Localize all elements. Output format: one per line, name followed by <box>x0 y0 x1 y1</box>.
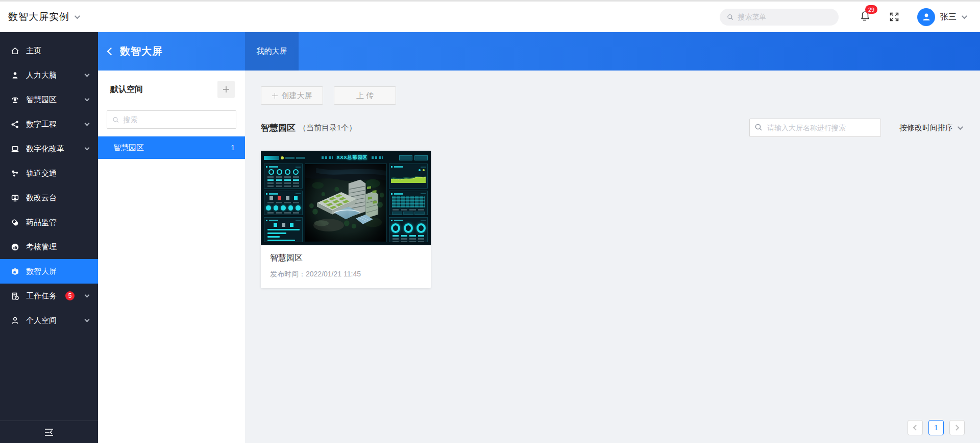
menu-search-input[interactable] <box>738 13 831 21</box>
sidebar-item-hr-brain[interactable]: 人力大脑 <box>0 63 98 87</box>
user-icon <box>10 316 19 325</box>
search-icon <box>727 13 733 21</box>
thumb-logo <box>264 156 279 160</box>
app-title-dropdown[interactable]: 数智大屏实例 <box>8 10 79 24</box>
pagination-next-button[interactable] <box>949 420 965 435</box>
thumb-button <box>399 155 412 160</box>
chevron-left-icon <box>913 425 919 430</box>
task-count-badge: 5 <box>65 291 75 300</box>
search-icon <box>112 116 119 124</box>
pagination-page-1[interactable]: 1 <box>928 420 944 435</box>
add-space-button[interactable] <box>217 81 235 98</box>
thumb-button <box>414 155 428 160</box>
sidebar-item-drug-supervision[interactable]: 药品监管 <box>0 210 98 235</box>
sidebar-item-digital-engineering[interactable]: 数字工程 <box>0 112 98 136</box>
nodes-icon <box>10 169 19 178</box>
sort-dropdown[interactable]: 按修改时间排序 <box>899 123 962 133</box>
user-name: 张三 <box>940 12 957 22</box>
screen-card[interactable]: XXX总部园区 <box>261 151 431 288</box>
thumb-title: XXX总部园区 <box>336 154 368 161</box>
fullscreen-icon[interactable] <box>889 11 900 22</box>
capsule-icon <box>10 218 19 227</box>
sidebar-item-rail-transit[interactable]: 轨道交通 <box>0 161 98 185</box>
space-title: 默认空间 <box>110 84 143 95</box>
person-icon <box>10 71 19 80</box>
folder-count: 1 <box>231 144 235 152</box>
chevron-down-icon <box>85 72 90 77</box>
chevron-down-icon <box>75 13 80 19</box>
main-header: 我的大屏 <box>245 32 980 71</box>
panel-title: 数智大屏 <box>120 44 163 58</box>
thumb-deco-right <box>372 156 383 159</box>
notification-badge: 29 <box>865 5 877 14</box>
card-publish-time: 发布时间：2022/01/21 11:45 <box>270 270 422 279</box>
cube-icon <box>10 267 19 276</box>
back-icon[interactable] <box>107 48 115 56</box>
sidebar: 主页 人力大脑 智慧园区 数字工程 数字化改革 <box>0 32 98 443</box>
notifications-button[interactable]: 29 <box>859 10 871 24</box>
plus-icon <box>272 93 278 99</box>
sidebar-item-cloud-platform[interactable]: 数改云台 <box>0 185 98 210</box>
headset-icon <box>10 96 19 104</box>
avatar <box>917 8 935 26</box>
space-search-input[interactable] <box>124 115 231 124</box>
chevron-down-icon <box>85 317 90 322</box>
task-icon <box>10 292 19 300</box>
user-avatar-icon <box>921 12 932 22</box>
sidebar-item-home[interactable]: 主页 <box>0 38 98 63</box>
thumb-weather-icon <box>281 156 284 159</box>
thumb-deco-left <box>322 156 333 159</box>
thumb-panel-big-rings <box>389 217 428 242</box>
home-icon <box>10 46 19 55</box>
thumb-building-render <box>305 164 387 242</box>
sidebar-item-work-tasks[interactable]: 工作任务 5 <box>0 284 98 308</box>
sidebar-item-smart-screen[interactable]: 数智大屏 <box>0 259 98 284</box>
chevron-down-icon <box>85 121 90 126</box>
app-title: 数智大屏实例 <box>8 10 69 24</box>
chevron-down-icon <box>962 13 967 19</box>
pagination: 1 <box>908 420 965 435</box>
collapse-menu-icon[interactable] <box>43 428 55 437</box>
screen-search-input[interactable] <box>749 119 881 137</box>
section-title: 智慧园区 <box>261 122 296 134</box>
laptop-icon <box>10 145 19 153</box>
chevron-down-icon <box>85 292 90 297</box>
chevron-down-icon <box>85 145 90 150</box>
screen-thumbnail: XXX总部园区 <box>261 151 431 245</box>
panel-header: 数智大屏 <box>98 32 245 71</box>
share-icon <box>10 120 19 129</box>
chevron-down-icon <box>958 124 963 130</box>
thumb-panel-grid <box>389 191 428 216</box>
user-menu[interactable]: 张三 <box>917 8 966 26</box>
chart-icon <box>10 243 19 251</box>
sidebar-item-digital-reform[interactable]: 数字化改革 <box>0 136 98 161</box>
search-icon <box>754 123 763 131</box>
section-count: （当前目录1个） <box>299 123 356 133</box>
sidebar-item-smart-park[interactable]: 智慧园区 <box>0 87 98 112</box>
tab-my-screens[interactable]: 我的大屏 <box>245 32 299 71</box>
plus-icon <box>223 86 230 93</box>
main-area: 我的大屏 创建大屏 上 传 智慧园区 （当前目录1个） <box>245 32 980 443</box>
chevron-right-icon <box>953 425 959 430</box>
upload-button[interactable]: 上 传 <box>334 86 396 105</box>
thumb-panel-devices <box>264 191 303 216</box>
menu-search[interactable] <box>720 9 839 26</box>
card-title: 智慧园区 <box>270 253 422 264</box>
thumb-panel-bars <box>264 217 303 242</box>
thumb-panel-rings <box>264 164 303 189</box>
sidebar-item-assessment[interactable]: 考核管理 <box>0 235 98 259</box>
monitor-icon <box>10 194 19 202</box>
sidebar-item-personal-space[interactable]: 个人空间 <box>0 308 98 333</box>
space-search[interactable] <box>107 110 236 129</box>
create-screen-button[interactable]: 创建大屏 <box>261 86 323 105</box>
folder-label: 智慧园区 <box>113 143 144 153</box>
pagination-prev-button[interactable] <box>908 420 923 435</box>
chevron-down-icon <box>85 96 90 101</box>
folder-item-smart-park[interactable]: 智慧园区 1 <box>98 136 245 159</box>
topbar: 数智大屏实例 29 张三 <box>0 2 980 32</box>
spaces-panel: 数智大屏 默认空间 智慧园区 1 <box>98 32 245 443</box>
sidebar-footer <box>0 421 98 443</box>
thumb-panel-area-chart <box>389 164 428 189</box>
